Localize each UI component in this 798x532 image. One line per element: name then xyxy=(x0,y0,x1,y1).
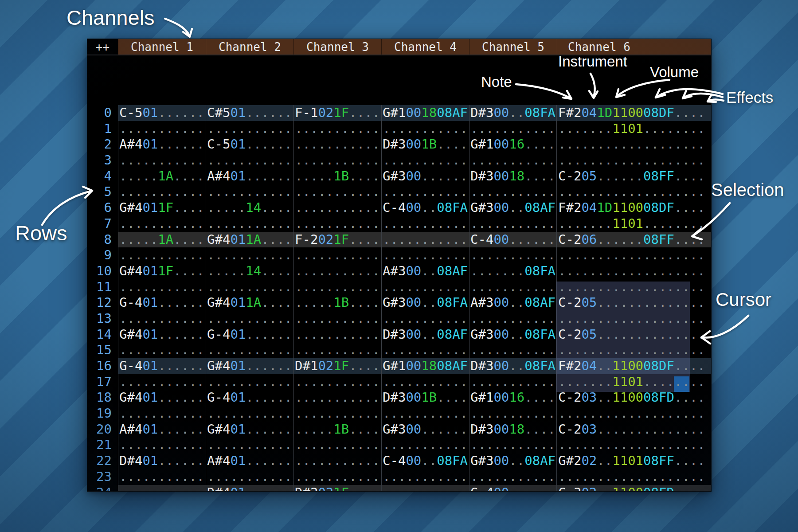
pattern-cell[interactable]: G#4011A.... xyxy=(206,232,293,248)
pattern-cell[interactable]: ........... xyxy=(293,437,381,453)
pattern-cell[interactable]: ........... xyxy=(381,153,469,168)
pattern-cell[interactable]: D#1021F.... xyxy=(293,358,381,374)
pattern-cell[interactable]: G#300..08FA xyxy=(469,327,557,343)
pattern-cell[interactable]: F#204..110008DF.... xyxy=(557,358,711,374)
pattern-cell[interactable]: ................... xyxy=(557,137,711,153)
pattern-cell[interactable]: C-400...... xyxy=(469,232,557,248)
pattern-cell[interactable]: ........... xyxy=(293,200,381,216)
pattern-cell[interactable]: ........... xyxy=(206,279,293,295)
pattern-cell[interactable]: C-205.............. xyxy=(557,295,711,311)
pattern-cell[interactable]: ........... xyxy=(293,153,381,168)
pattern-cell[interactable]: A#401...... xyxy=(206,168,293,184)
pattern-cell[interactable]: A#401...... xyxy=(118,422,206,438)
pattern-cell[interactable]: ........... xyxy=(118,121,206,137)
pattern-cell[interactable]: F#2041D110008DF.... xyxy=(557,105,711,121)
pattern-cell[interactable]: F-2021F.... xyxy=(293,232,381,248)
pattern-cell[interactable]: ........... xyxy=(293,263,381,279)
pattern-cell[interactable]: C#501...... xyxy=(206,105,293,121)
pattern-cell[interactable]: ................... xyxy=(557,406,711,422)
pattern-cell[interactable]: ........... xyxy=(118,469,206,485)
channel-header-4[interactable]: Channel 4 xyxy=(381,39,469,55)
pattern-cell[interactable]: G#300..08AF xyxy=(469,200,557,216)
pattern-editor[interactable]: 0C-501......C#501......F-1021F....G#1001… xyxy=(87,105,711,491)
pattern-cell[interactable]: ........... xyxy=(469,374,557,390)
pattern-cell[interactable]: ........... xyxy=(118,437,206,453)
pattern-cell[interactable]: ........... xyxy=(118,485,206,492)
pattern-cell[interactable]: G#300...... xyxy=(381,168,469,184)
pattern-cell[interactable]: ........... xyxy=(469,469,557,485)
pattern-cell[interactable]: ........... xyxy=(469,153,557,168)
pattern-cell[interactable]: ........... xyxy=(469,184,557,200)
channel-header-3[interactable]: Channel 3 xyxy=(293,39,381,55)
pattern-cell[interactable]: G#4011F.... xyxy=(118,263,206,279)
pattern-cell[interactable]: ................... xyxy=(557,279,711,295)
pattern-cell[interactable]: ................... xyxy=(557,437,711,453)
pattern-cell[interactable]: ........... xyxy=(381,216,469,232)
pattern-cell[interactable]: D#30018.... xyxy=(469,422,557,438)
pattern-cell[interactable]: ........... xyxy=(293,137,381,153)
pattern-cell[interactable]: A#401...... xyxy=(206,453,293,469)
channel-header-5[interactable]: Channel 5 xyxy=(469,39,557,55)
pattern-cell[interactable]: ........... xyxy=(206,247,293,263)
pattern-cell[interactable]: ........... xyxy=(293,453,381,469)
pattern-cell[interactable]: ........... xyxy=(206,121,293,137)
pattern-cell[interactable]: .......1101........ xyxy=(557,374,711,390)
pattern-cell[interactable]: A#300..08AF xyxy=(381,263,469,279)
pattern-cell[interactable]: .....1B.... xyxy=(293,422,381,438)
pattern-cell[interactable]: C-302..110008FD.... xyxy=(557,485,711,492)
pattern-cell[interactable]: D#300..08FA xyxy=(469,358,557,374)
pattern-cell[interactable]: D#3001B.... xyxy=(381,137,469,153)
pattern-cell[interactable]: .......08FA xyxy=(469,263,557,279)
pattern-cell[interactable]: ........... xyxy=(469,311,557,327)
pattern-cell[interactable]: G#401...... xyxy=(118,390,206,406)
pattern-cell[interactable]: ................... xyxy=(557,469,711,485)
pattern-cell[interactable]: ................... xyxy=(557,311,711,327)
pattern-cell[interactable]: G#300..08FA xyxy=(381,295,469,311)
pattern-cell[interactable]: .......1101........ xyxy=(557,121,711,137)
pattern-cell[interactable]: A#401...... xyxy=(118,137,206,153)
pattern-cell[interactable]: ........... xyxy=(293,390,381,406)
pattern-cell[interactable]: C-203..110008FD.... xyxy=(557,390,711,406)
pattern-cell[interactable]: ........... xyxy=(118,374,206,390)
pattern-cell[interactable]: ........... xyxy=(206,311,293,327)
pattern-cell[interactable]: D#2021F.... xyxy=(293,485,381,492)
pattern-cell[interactable]: ........... xyxy=(381,406,469,422)
pattern-cell[interactable]: G#10016.... xyxy=(469,390,557,406)
pattern-cell[interactable]: ........... xyxy=(118,406,206,422)
pattern-cell[interactable]: G#4011A.... xyxy=(206,295,293,311)
pattern-cell[interactable]: .....14.... xyxy=(206,263,293,279)
pattern-cell[interactable]: .....1B.... xyxy=(293,168,381,184)
pattern-cell[interactable]: ........... xyxy=(293,342,381,358)
pattern-cell[interactable]: G-400...... xyxy=(469,485,557,492)
pattern-cell[interactable]: G#401...... xyxy=(118,327,206,343)
pattern-cell[interactable]: ........... xyxy=(206,153,293,168)
pattern-cell[interactable]: ........... xyxy=(381,279,469,295)
pattern-cell[interactable]: ................... xyxy=(557,247,711,263)
pattern-cell[interactable]: G-401...... xyxy=(206,327,293,343)
pattern-cell[interactable]: A#300..08AF xyxy=(469,295,557,311)
pattern-cell[interactable]: G#4011F.... xyxy=(118,200,206,216)
pattern-cell[interactable]: ........... xyxy=(381,311,469,327)
pattern-cell[interactable]: ........... xyxy=(118,342,206,358)
pattern-cell[interactable]: D#300..08FA xyxy=(469,105,557,121)
pattern-cell[interactable]: ........... xyxy=(469,342,557,358)
pattern-cell[interactable]: ........... xyxy=(206,406,293,422)
pattern-cell[interactable]: ........... xyxy=(381,232,469,248)
pattern-cell[interactable]: ........... xyxy=(118,184,206,200)
pattern-cell[interactable]: ........... xyxy=(469,247,557,263)
pattern-cell[interactable]: ........... xyxy=(381,469,469,485)
channel-header-2[interactable]: Channel 2 xyxy=(206,39,293,55)
pattern-cell[interactable]: ........... xyxy=(206,437,293,453)
pattern-cell[interactable]: C-205.............. xyxy=(557,327,711,343)
pattern-cell[interactable]: ........... xyxy=(469,279,557,295)
pattern-cell[interactable]: ........... xyxy=(381,485,469,492)
add-channel-button[interactable]: ++ xyxy=(87,39,118,55)
pattern-cell[interactable]: .......1101........ xyxy=(557,216,711,232)
pattern-cell[interactable]: D#300..08AF xyxy=(381,327,469,343)
channel-header-6[interactable]: Channel 6 xyxy=(557,39,711,55)
pattern-cell[interactable]: ........... xyxy=(293,121,381,137)
pattern-cell[interactable]: D#401...... xyxy=(118,453,206,469)
pattern-cell[interactable]: .....1A.... xyxy=(118,232,206,248)
pattern-cell[interactable]: G-401...... xyxy=(118,358,206,374)
pattern-cell[interactable]: ........... xyxy=(293,184,381,200)
